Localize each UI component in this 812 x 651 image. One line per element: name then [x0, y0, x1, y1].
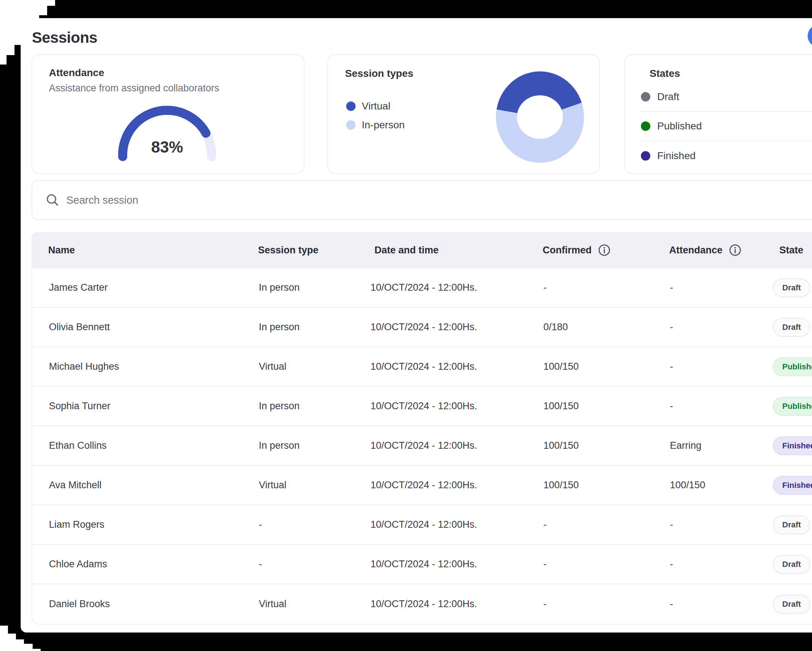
table-row[interactable]: James Carter In person 10/OCT/2024 - 12:…: [32, 268, 812, 308]
search-bar[interactable]: [32, 180, 812, 220]
table-body: James Carter In person 10/OCT/2024 - 12:…: [32, 268, 812, 625]
status-badge: Draft: [773, 595, 810, 614]
cell-name: James Carter: [32, 282, 259, 293]
search-input[interactable]: [66, 194, 719, 206]
table-row[interactable]: Daniel Brooks Virtual 10/OCT/2024 - 12:0…: [32, 584, 812, 624]
gauge-value-label: 83%: [151, 138, 183, 156]
session-types-donut-chart: [496, 72, 584, 163]
status-badge: Draft: [773, 278, 810, 297]
draft-dot: [641, 92, 650, 102]
sessions-page: Sessions Attendance Assistance from assi…: [21, 18, 812, 633]
cell-session-type: In person: [259, 322, 371, 333]
virtual-dot: [346, 102, 356, 111]
cell-datetime: 10/OCT/2024 - 12:00Hs.: [371, 322, 543, 333]
attendance-card: Attendance Assistance from assigned coll…: [32, 54, 304, 174]
cell-datetime: 10/OCT/2024 - 12:00Hs.: [371, 598, 543, 610]
cell-confirmed: 100/150: [543, 480, 670, 491]
cell-confirmed: 0/180: [543, 322, 670, 333]
cell-confirmed: -: [543, 519, 670, 530]
column-header-state: State: [779, 245, 812, 256]
cell-session-type: Virtual: [259, 361, 371, 372]
cell-datetime: 10/OCT/2024 - 12:00Hs.: [371, 361, 543, 372]
cell-confirmed: -: [543, 559, 670, 570]
info-icon[interactable]: [598, 244, 611, 256]
page-title: Sessions: [32, 29, 97, 46]
table-row[interactable]: Ethan Collins In person 10/OCT/2024 - 12…: [32, 426, 812, 466]
column-header-attendance-label: Attendance: [669, 245, 722, 256]
legend-item-label: In-person: [362, 119, 404, 131]
table-row[interactable]: Olivia Bennett In person 10/OCT/2024 - 1…: [32, 308, 812, 347]
cell-datetime: 10/OCT/2024 - 12:00Hs.: [371, 559, 543, 570]
session-types-card: Session types Virtual In-person: [327, 54, 600, 174]
status-badge: Draft: [773, 515, 810, 534]
state-item-draft: Draft: [639, 82, 812, 112]
primary-action-button[interactable]: [807, 24, 812, 47]
attendance-card-subtitle: Assistance from assigned collaborators: [49, 82, 219, 94]
cell-name: Olivia Bennett: [32, 322, 259, 333]
cell-datetime: 10/OCT/2024 - 12:00Hs.: [371, 401, 543, 412]
sessions-table: Name Session type Date and time Confirme…: [32, 232, 812, 625]
session-types-card-title: Session types: [345, 68, 413, 79]
status-badge: Published: [773, 397, 812, 416]
column-header-confirmed-label: Confirmed: [543, 245, 592, 256]
cell-session-type: Virtual: [259, 598, 371, 610]
table-header-row: Name Session type Date and time Confirme…: [32, 232, 812, 268]
cell-session-type: -: [259, 519, 371, 530]
state-item-finished: Finished: [639, 141, 812, 170]
state-item-label: Draft: [657, 91, 679, 102]
cell-name: Liam Rogers: [32, 519, 259, 530]
table-row[interactable]: Liam Rogers - 10/OCT/2024 - 12:00Hs. - -…: [32, 505, 812, 545]
cell-attendance: -: [670, 361, 780, 372]
column-header-date: Date and time: [370, 245, 543, 256]
cell-datetime: 10/OCT/2024 - 12:00Hs.: [371, 480, 543, 491]
state-item-label: Published: [657, 120, 702, 132]
cell-name: Sophia Turner: [32, 401, 259, 412]
cell-datetime: 10/OCT/2024 - 12:00Hs.: [371, 440, 543, 451]
state-item-label: Finished: [657, 150, 696, 162]
states-legend: Draft Published Finished: [639, 82, 812, 170]
cell-confirmed: -: [543, 598, 670, 610]
finished-dot: [641, 151, 650, 160]
cell-attendance: -: [670, 282, 780, 293]
cell-confirmed: 100/150: [543, 401, 670, 412]
cell-session-type: In person: [259, 440, 371, 451]
search-icon: [45, 193, 60, 207]
states-card-title: States: [650, 68, 680, 79]
column-header-session-type: Session type: [258, 245, 370, 256]
column-header-name: Name: [32, 245, 258, 256]
legend-item-virtual: Virtual: [346, 97, 404, 116]
cell-confirmed: -: [543, 282, 670, 293]
session-types-legend: Virtual In-person: [346, 97, 404, 134]
cell-name: Daniel Brooks: [32, 598, 259, 610]
states-card: States Draft Published Finished: [624, 54, 812, 174]
legend-item-in-person: In-person: [346, 116, 404, 134]
state-item-published: Published: [639, 112, 812, 141]
cell-attendance: Earring: [670, 440, 780, 451]
status-badge: Finished: [773, 476, 812, 495]
cell-name: Ethan Collins: [32, 440, 259, 451]
info-icon[interactable]: [729, 244, 741, 256]
cell-attendance: 100/150: [670, 480, 780, 491]
table-row[interactable]: Sophia Turner In person 10/OCT/2024 - 12…: [32, 387, 812, 426]
cell-attendance: -: [670, 401, 780, 412]
cell-attendance: -: [670, 598, 780, 610]
cell-session-type: In person: [259, 282, 371, 293]
column-header-attendance: Attendance: [669, 244, 779, 256]
cell-confirmed: 100/150: [543, 361, 670, 372]
table-row[interactable]: Michael Hughes Virtual 10/OCT/2024 - 12:…: [32, 347, 812, 387]
cell-name: Chloe Adams: [32, 559, 259, 570]
attendance-card-title: Attendance: [49, 67, 104, 79]
cell-attendance: -: [670, 559, 780, 570]
table-row[interactable]: Chloe Adams - 10/OCT/2024 - 12:00Hs. - -…: [32, 545, 812, 584]
status-badge: Finished: [773, 436, 812, 455]
column-header-confirmed: Confirmed: [543, 244, 669, 256]
in-person-dot: [346, 120, 356, 130]
legend-item-label: Virtual: [362, 101, 391, 112]
cell-datetime: 10/OCT/2024 - 12:00Hs.: [371, 282, 543, 293]
table-row[interactable]: Ava Mitchell Virtual 10/OCT/2024 - 12:00…: [32, 466, 812, 505]
cell-attendance: -: [670, 519, 780, 530]
published-dot: [641, 122, 650, 131]
status-badge: Published: [773, 357, 812, 376]
cell-name: Ava Mitchell: [32, 480, 259, 491]
status-badge: Draft: [773, 318, 810, 337]
